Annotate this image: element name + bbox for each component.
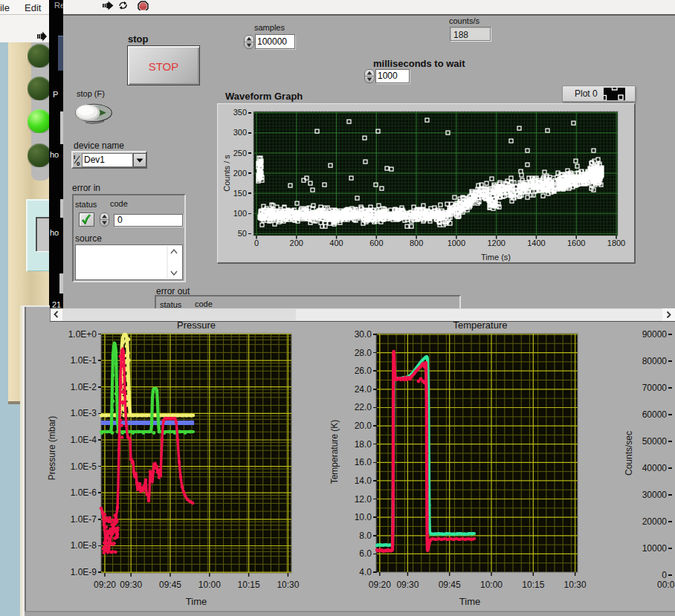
svg-text:0: 0: [77, 161, 80, 166]
